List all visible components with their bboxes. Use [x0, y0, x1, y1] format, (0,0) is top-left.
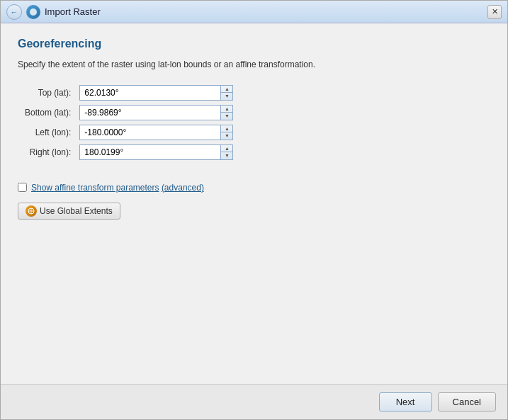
top-lat-input[interactable] — [79, 85, 221, 101]
affine-transform-row: Show affine transform parameters (advanc… — [18, 183, 490, 193]
left-lon-field: ▲ ▼ — [79, 125, 294, 140]
left-lon-input[interactable] — [79, 125, 221, 140]
top-lat-spinner: ▲ ▼ — [221, 85, 233, 101]
bottom-lat-down[interactable]: ▼ — [221, 113, 232, 120]
close-icon: ✕ — [492, 7, 498, 16]
form-grid: Top (lat): ▲ ▼ Bottom (lat): ▲ ▼ Left (l… — [25, 85, 294, 160]
left-lon-down[interactable]: ▼ — [221, 132, 232, 140]
footer: Next Cancel — [1, 384, 507, 419]
svg-point-0 — [30, 8, 37, 16]
bottom-lat-input[interactable] — [79, 105, 221, 120]
titlebar-icon — [26, 5, 40, 19]
global-extents-label: Use Global Extents — [40, 206, 113, 216]
main-window: ← Import Raster ✕ Georeferencing Specify… — [0, 0, 508, 420]
right-lon-up[interactable]: ▲ — [221, 145, 232, 152]
bottom-lat-spinner: ▲ ▼ — [221, 105, 233, 120]
titlebar: ← Import Raster ✕ — [1, 1, 507, 23]
top-lat-up[interactable]: ▲ — [221, 86, 232, 93]
bottom-lat-field: ▲ ▼ — [79, 105, 294, 120]
checkbox-text: Show affine transform parameters — [31, 183, 159, 193]
description-text: Specify the extent of the raster using l… — [18, 59, 490, 71]
globe-icon — [26, 205, 37, 217]
left-lon-up[interactable]: ▲ — [221, 125, 232, 132]
right-lon-label: Right (lon): — [25, 147, 74, 157]
top-lat-down[interactable]: ▼ — [221, 93, 232, 100]
bottom-lat-label: Bottom (lat): — [25, 108, 74, 118]
right-lon-spinner: ▲ ▼ — [221, 144, 233, 160]
titlebar-left: ← Import Raster — [6, 4, 101, 20]
cancel-button[interactable]: Cancel — [438, 392, 496, 412]
top-lat-field: ▲ ▼ — [79, 85, 294, 101]
checkbox-advanced[interactable]: (advanced) — [162, 183, 204, 193]
left-lon-label: Left (lon): — [25, 127, 74, 137]
left-lon-spinner: ▲ ▼ — [221, 125, 233, 140]
next-button[interactable]: Next — [379, 392, 432, 412]
affine-transform-label: Show affine transform parameters (advanc… — [31, 183, 204, 193]
right-lon-down[interactable]: ▼ — [221, 152, 232, 159]
use-global-extents-button[interactable]: Use Global Extents — [18, 203, 120, 220]
affine-transform-checkbox[interactable] — [18, 183, 27, 192]
section-title: Georeferencing — [18, 38, 490, 50]
main-content: Georeferencing Specify the extent of the… — [1, 23, 507, 384]
raster-icon — [29, 8, 38, 16]
right-lon-input[interactable] — [79, 144, 221, 160]
back-button[interactable]: ← — [6, 4, 22, 20]
top-lat-label: Top (lat): — [25, 88, 74, 98]
right-lon-field: ▲ ▼ — [79, 144, 294, 160]
bottom-lat-up[interactable]: ▲ — [221, 106, 232, 113]
window-title: Import Raster — [45, 6, 101, 17]
close-button[interactable]: ✕ — [487, 5, 502, 19]
